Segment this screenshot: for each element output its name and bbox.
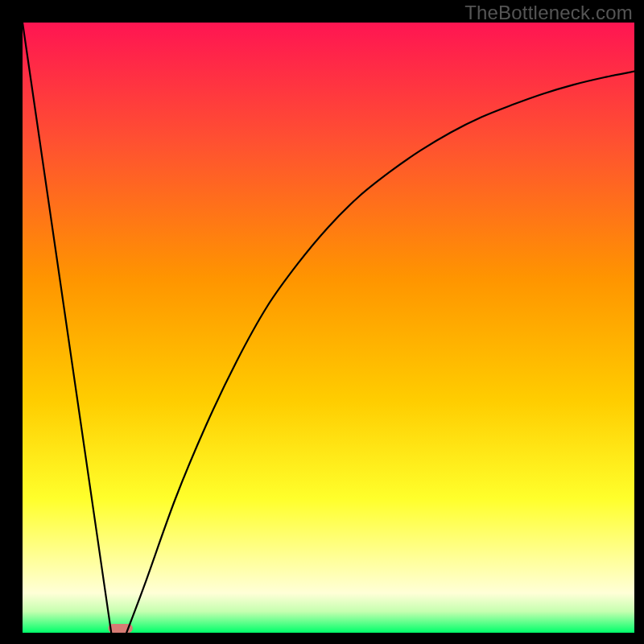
chart-svg	[23, 23, 634, 633]
chart-plot-area	[23, 23, 634, 633]
chart-frame: TheBottleneck.com	[0, 0, 644, 644]
watermark-text: TheBottleneck.com	[464, 2, 633, 24]
chart-background	[23, 23, 634, 633]
